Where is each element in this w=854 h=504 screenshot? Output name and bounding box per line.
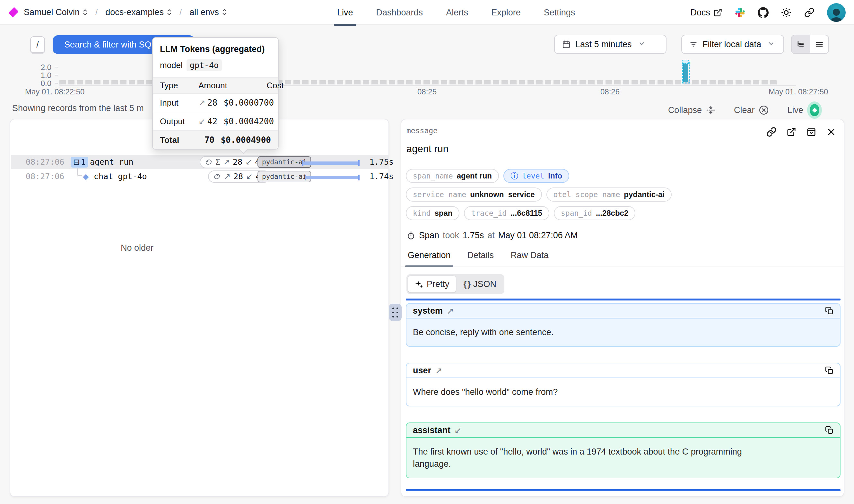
tooltip-model-row: model gpt-4o [153, 54, 278, 77]
user-avatar[interactable] [827, 3, 846, 22]
x-tick: 08:25 [417, 87, 437, 96]
share-link-icon[interactable] [804, 7, 815, 18]
tree-view-icon [796, 40, 805, 49]
span-name-badge[interactable]: span_name agent run [406, 169, 499, 183]
y-tick-mark [55, 67, 58, 67]
input-arrow-icon: ↗ [435, 366, 442, 376]
y-tick: 0.0 [29, 79, 51, 88]
breadcrumb-project[interactable]: docs-examples [105, 7, 172, 17]
y-tick: 1.0 [29, 71, 51, 80]
message-card-system: system ↗ Be concise, reply with one sent… [406, 303, 840, 347]
github-icon[interactable] [758, 7, 769, 18]
y-tick-mark [55, 83, 58, 84]
status-actions: Collapse Clear Live [668, 102, 822, 119]
x-tick: 08:26 [600, 87, 620, 96]
model-value-chip: gpt-4o [186, 59, 222, 71]
header-actions: Docs [690, 0, 846, 25]
tooltip-row-total: Total 70 $0.0004900 [153, 130, 278, 149]
list-view-button[interactable] [810, 35, 828, 53]
selected-span-bar[interactable] [683, 63, 688, 82]
live-toggle[interactable]: Live [787, 102, 822, 119]
org-switcher-icon[interactable] [83, 9, 88, 16]
collapse-children-badge[interactable]: ⊟1 [71, 157, 88, 167]
env-name: all envs [189, 7, 219, 17]
braces-icon: { } [464, 280, 470, 289]
nav-live[interactable]: Live [334, 0, 356, 25]
selected-span-bar-cap [682, 60, 689, 64]
otel-scope-badge[interactable]: otel_scope_name pydantic-ai [546, 187, 672, 202]
stopwatch-icon [406, 231, 415, 240]
duration-bar [302, 160, 360, 166]
tree-view-button[interactable] [792, 35, 810, 53]
project-switcher-icon[interactable] [167, 9, 172, 16]
trace-list-panel: No older 08:27:06 ⊟1 agent run Σ ↗28 ↙42… [10, 119, 389, 497]
chevron-down-icon [768, 39, 775, 50]
nav-explore[interactable]: Explore [488, 0, 524, 25]
message-role: system [413, 306, 443, 316]
badge-row-3: kind span trace_id ...6c8115 span_id ...… [406, 206, 635, 220]
kind-badge[interactable]: kind span [406, 206, 459, 220]
archive-icon[interactable] [806, 126, 817, 138]
trace-time: 08:27:06 [26, 157, 64, 167]
tooltip-table-header: Type Amount Cost [153, 77, 278, 93]
filter-local-data-button[interactable]: Filter local data [681, 35, 784, 54]
external-link-icon [713, 8, 722, 17]
breadcrumb-separator: / [95, 7, 97, 17]
view-mode-toggle [791, 35, 829, 54]
tab-details[interactable]: Details [466, 250, 495, 266]
nav-settings[interactable]: Settings [541, 0, 579, 25]
sparkle-icon [415, 280, 423, 289]
info-icon: ⓘ [510, 171, 518, 181]
tab-raw-data[interactable]: Raw Data [509, 250, 550, 266]
y-tick-mark [55, 75, 58, 75]
span-title: agent run [406, 143, 449, 155]
collapse-button[interactable]: Collapse [668, 105, 716, 115]
panel-resize-handle[interactable] [389, 304, 402, 321]
json-toggle-button[interactable]: { } JSON [457, 276, 503, 292]
logfire-live-page: Samuel Colvin / docs-examples / all envs… [0, 0, 854, 504]
tab-generation[interactable]: Generation [406, 250, 452, 266]
trace-row-chat-gpt4o[interactable]: 08:27:06 ◆ chat gpt-4o ↗28 ↙42 pydantic-… [11, 169, 389, 184]
pretty-toggle-button[interactable]: Pretty [408, 276, 456, 292]
clear-button[interactable]: Clear [734, 105, 769, 115]
detail-tabs: Generation Details Raw Data [406, 250, 550, 266]
trace-row-agent-run[interactable]: 08:27:06 ⊟1 agent run Σ ↗28 ↙42 pydantic… [11, 155, 389, 169]
sigma-icon: Σ [215, 157, 220, 167]
slash-shortcut-key[interactable]: / [30, 36, 45, 53]
theme-sun-icon[interactable] [781, 7, 792, 18]
span-id-badge[interactable]: span_id ...28cbc2 [554, 206, 635, 220]
badge-row-2: service_name unknown_service otel_scope_… [406, 187, 672, 202]
env-switcher-icon[interactable] [222, 9, 227, 16]
tree-connector [77, 168, 82, 176]
tokens-in: 28 [233, 172, 243, 181]
render-mode-toggle: Pretty { } JSON [406, 274, 504, 294]
nav-dashboards[interactable]: Dashboards [373, 0, 426, 25]
time-range-button[interactable]: Last 5 minutes [554, 35, 667, 54]
showing-records-label: Showing records from the last 5 m [12, 103, 144, 113]
filter-icon [689, 40, 698, 49]
service-name-badge[interactable]: service_name unknown_service [406, 187, 542, 202]
message-header: assistant ↙ [406, 423, 840, 438]
scope-tag[interactable]: pydantic-ai [257, 171, 311, 182]
open-in-new-icon[interactable] [786, 126, 797, 138]
tokens-coin-icon [205, 158, 213, 166]
breadcrumb-separator: / [180, 7, 182, 17]
close-icon[interactable] [826, 126, 837, 138]
llm-tokens-tooltip: LLM Tokens (aggregated) model gpt-4o Typ… [152, 37, 279, 149]
clear-circle-x-icon [758, 105, 769, 115]
level-badge[interactable]: ⓘ level Info [504, 169, 569, 183]
slack-icon[interactable] [734, 7, 745, 18]
nav-alerts[interactable]: Alerts [443, 0, 471, 25]
breadcrumb-org[interactable]: Samuel Colvin [24, 7, 88, 17]
trace-id-badge[interactable]: trace_id ...6c8115 [464, 206, 549, 220]
copy-link-icon[interactable] [766, 126, 777, 138]
x-tick: May 01. 08:27:50 [769, 87, 828, 96]
copy-icon[interactable] [825, 426, 833, 434]
breadcrumb-env[interactable]: all envs [189, 7, 227, 17]
scroll-area-top-rule [406, 299, 840, 301]
copy-icon[interactable] [825, 307, 833, 315]
project-name: docs-examples [105, 7, 164, 17]
docs-link[interactable]: Docs [690, 8, 722, 18]
input-arrow-icon: ↗ [224, 172, 231, 181]
copy-icon[interactable] [825, 366, 833, 375]
